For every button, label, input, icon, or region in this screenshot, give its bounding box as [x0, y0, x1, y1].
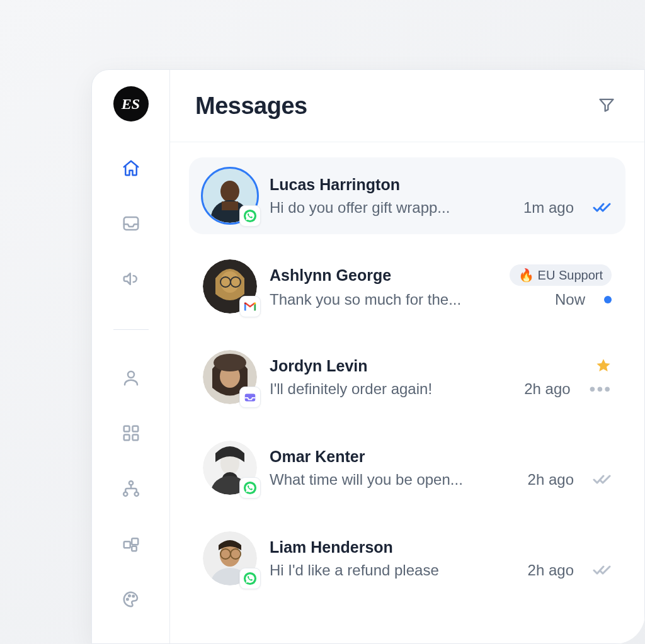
- unread-dot-icon: [604, 296, 612, 303]
- home-icon: [122, 159, 140, 180]
- nav-org[interactable]: [120, 478, 142, 501]
- filter-button[interactable]: [594, 93, 619, 118]
- tag-label: EU Support: [538, 268, 603, 283]
- conversation-row[interactable]: Jordyn Levin I'll definitely order again…: [189, 339, 625, 415]
- conversation-preview: Thank you so much for the...: [270, 291, 545, 308]
- nav-inbox[interactable]: [120, 213, 142, 236]
- nav-plugins[interactable]: [120, 534, 142, 556]
- svg-rect-3: [132, 426, 138, 432]
- svg-rect-10: [132, 538, 138, 545]
- app-window: ES: [91, 69, 645, 644]
- conversation-name: Lucas Harrington: [270, 176, 400, 194]
- conversation-name: Omar Kenter: [270, 448, 365, 466]
- megaphone-icon: [122, 269, 140, 291]
- user-icon: [122, 368, 140, 390]
- filter-icon: [598, 96, 615, 116]
- conversation-time: Now: [555, 291, 585, 308]
- svg-rect-4: [123, 435, 129, 441]
- brand-logo[interactable]: ES: [113, 86, 149, 121]
- page-title: Messages: [195, 93, 307, 120]
- channel-whatsapp-icon: [239, 568, 261, 589]
- plugin-icon: [122, 534, 140, 556]
- conversation-preview: Hi I'd like a refund please: [270, 562, 518, 579]
- header: Messages: [170, 70, 644, 142]
- inbox-icon: [122, 214, 140, 235]
- sitemap-icon: [122, 479, 140, 500]
- conversation-time: 2h ago: [528, 471, 574, 489]
- palette-icon: [122, 590, 140, 611]
- fire-icon: 🔥: [518, 268, 534, 283]
- conversation-name: Liam Henderson: [270, 538, 393, 556]
- avatar: [203, 441, 257, 495]
- svg-rect-5: [132, 435, 138, 441]
- avatar: [203, 169, 257, 223]
- nav-home[interactable]: [120, 158, 142, 181]
- conversation-preview: What time will you be open...: [270, 471, 518, 489]
- svg-point-17: [220, 181, 239, 202]
- channel-whatsapp-icon: [239, 205, 261, 227]
- conversation-row[interactable]: Liam Henderson Hi I'd like a refund plea…: [189, 520, 625, 597]
- sidebar: ES: [92, 70, 170, 643]
- svg-rect-19: [222, 201, 238, 210]
- svg-point-1: [128, 371, 134, 378]
- conversation-row[interactable]: Ashlynn George 🔥 EU Support Thank you so…: [189, 248, 625, 325]
- channel-whatsapp-icon: [239, 477, 261, 499]
- conversation-time: 1m ago: [523, 199, 574, 217]
- nav-separator: [113, 329, 149, 330]
- svg-rect-2: [123, 426, 129, 432]
- conversation-list: Lucas Harrington Hi do you offer gift wr…: [170, 142, 644, 643]
- conversation-row[interactable]: Lucas Harrington Hi do you offer gift wr…: [189, 157, 625, 234]
- avatar: [203, 350, 257, 404]
- main: Messages: [170, 70, 644, 643]
- conversation-time: 2h ago: [524, 380, 570, 398]
- tag-eu-support: 🔥 EU Support: [510, 264, 612, 286]
- nav-contacts[interactable]: [120, 368, 142, 390]
- svg-rect-9: [123, 541, 130, 548]
- nav-theme[interactable]: [120, 589, 142, 612]
- read-receipt-icon: [593, 201, 612, 214]
- avatar: [203, 531, 257, 585]
- svg-point-14: [132, 596, 134, 597]
- svg-rect-11: [132, 546, 137, 551]
- grid-icon: [122, 424, 140, 445]
- delivered-icon: [593, 473, 612, 486]
- conversation-row[interactable]: Omar Kenter What time will you be open..…: [189, 429, 625, 506]
- conversation-time: 2h ago: [528, 562, 574, 579]
- conversation-name: Ashlynn George: [270, 266, 391, 285]
- channel-gmail-icon: [239, 296, 261, 317]
- avatar: [203, 259, 257, 314]
- svg-point-12: [127, 599, 128, 601]
- star-icon[interactable]: [595, 358, 612, 374]
- nav-campaign[interactable]: [120, 269, 142, 291]
- delivered-icon: [593, 564, 612, 577]
- channel-inbox-icon: [239, 387, 261, 408]
- svg-point-31: [214, 354, 246, 371]
- conversation-preview: I'll definitely order again!: [270, 380, 514, 398]
- nav-apps[interactable]: [120, 423, 142, 446]
- conversation-preview: Hi do you offer gift wrapp...: [270, 199, 513, 217]
- svg-point-13: [128, 595, 130, 597]
- conversation-name: Jordyn Levin: [270, 357, 368, 375]
- nav: [92, 158, 169, 612]
- more-icon[interactable]: •••: [590, 380, 612, 398]
